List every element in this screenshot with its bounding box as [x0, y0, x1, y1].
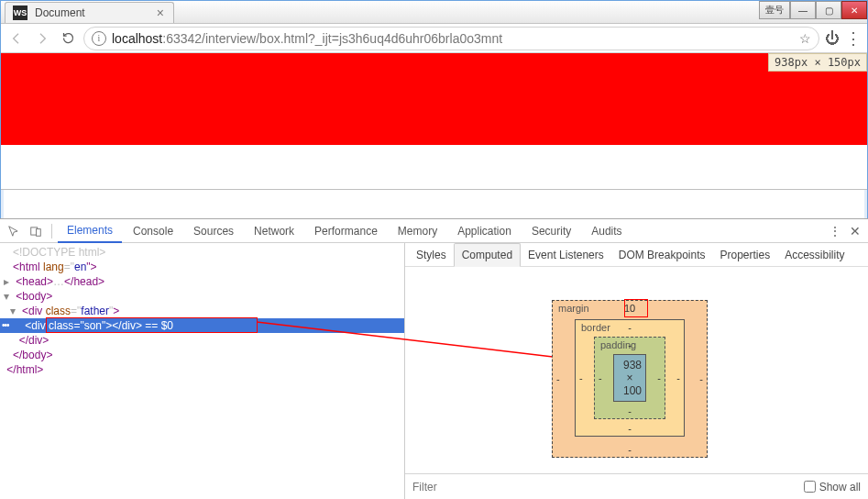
tab-console[interactable]: Console	[124, 219, 182, 243]
devtools-close-icon[interactable]: ✕	[846, 224, 864, 238]
padding-right-value[interactable]: -	[657, 372, 661, 383]
tab-memory[interactable]: Memory	[389, 219, 446, 243]
sidebar-tab-event-listeners[interactable]: Event Listeners	[521, 243, 611, 267]
site-info-icon[interactable]: i	[92, 31, 106, 46]
padding-bottom-value[interactable]: -	[628, 405, 632, 416]
sidebar-tab-accessibility[interactable]: Accessibility	[777, 243, 852, 267]
filter-input[interactable]	[412, 481, 804, 493]
url-text: localhost:63342/interview/box.html?_ijt=…	[112, 31, 502, 46]
annotation-red-circle	[624, 299, 648, 317]
border-bottom-value[interactable]: -	[628, 423, 632, 434]
padding-left-value[interactable]: -	[599, 372, 602, 383]
browser-tab[interactable]: WS Document ×	[5, 2, 174, 23]
tab-performance[interactable]: Performance	[305, 219, 387, 243]
back-button[interactable]	[6, 28, 27, 49]
box-model-diagram[interactable]: margin 10 - - - border - - - -	[552, 300, 708, 458]
margin-right-value[interactable]: -	[699, 373, 703, 384]
browser-toolbar: i localhost:63342/interview/box.html?_ij…	[1, 24, 867, 53]
elements-tree[interactable]: <!DOCTYPE html> <html lang="en"> ▸ <head…	[0, 243, 405, 499]
devtools-menu-icon[interactable]: ⋮	[826, 224, 844, 238]
margin-bottom-value[interactable]: -	[628, 444, 632, 455]
window-label: 壹号	[759, 1, 790, 19]
window-maximize-button[interactable]: ▢	[816, 1, 841, 19]
border-label: border	[581, 322, 610, 333]
dimension-badge: 938px × 150px	[768, 53, 867, 72]
tab-title: Document	[35, 6, 155, 19]
bookmark-star-icon[interactable]: ☆	[799, 31, 811, 46]
sidebar-tab-dom-breakpoints[interactable]: DOM Breakpoints	[611, 243, 713, 267]
show-all-label: Show all	[819, 481, 861, 493]
tab-application[interactable]: Application	[448, 219, 521, 243]
tab-favicon: WS	[13, 6, 27, 20]
border-left-value[interactable]: -	[579, 372, 583, 383]
tab-close-icon[interactable]: ×	[155, 6, 166, 20]
padding-top-value[interactable]: -	[628, 339, 632, 350]
devtools-panel: Elements Console Sources Network Perform…	[0, 218, 868, 499]
show-all-toggle[interactable]: Show all	[804, 481, 861, 493]
sidebar-tab-styles[interactable]: Styles	[409, 243, 454, 267]
tab-elements[interactable]: Elements	[58, 219, 122, 243]
show-all-checkbox[interactable]	[804, 481, 816, 493]
sidebar-tabbar: Styles Computed Event Listeners DOM Brea…	[405, 243, 868, 267]
breakpoint-gutter-icon: •••	[2, 318, 9, 333]
sidebar-tab-computed[interactable]: Computed	[454, 243, 521, 267]
tab-security[interactable]: Security	[522, 219, 580, 243]
svg-rect-1	[37, 228, 41, 236]
tab-sources[interactable]: Sources	[184, 219, 243, 243]
reload-button[interactable]	[58, 28, 78, 49]
styles-sidebar: Styles Computed Event Listeners DOM Brea…	[405, 243, 868, 499]
inspect-element-icon[interactable]	[4, 221, 24, 241]
devtools-tabbar: Elements Console Sources Network Perform…	[0, 219, 868, 243]
border-top-value[interactable]: -	[628, 322, 632, 333]
power-icon[interactable]: ⏻	[825, 30, 840, 47]
margin-left-value[interactable]: -	[556, 373, 560, 384]
margin-label: margin	[558, 303, 589, 314]
chrome-menu-icon[interactable]: ⋮	[845, 28, 862, 49]
tab-audits[interactable]: Audits	[582, 219, 631, 243]
window-titlebar: WS Document × 壹号 — ▢ ✕	[1, 1, 867, 24]
selected-dom-node[interactable]: ••• <div class="son"></div> == $0	[0, 318, 404, 333]
border-right-value[interactable]: -	[676, 372, 680, 383]
window-close-button[interactable]: ✕	[841, 1, 867, 19]
address-bar[interactable]: i localhost:63342/interview/box.html?_ij…	[83, 27, 819, 50]
tab-network[interactable]: Network	[245, 219, 303, 243]
content-size-value[interactable]: 938 × 100	[613, 354, 646, 402]
sidebar-tab-properties[interactable]: Properties	[712, 243, 777, 267]
device-toolbar-icon[interactable]	[26, 221, 46, 241]
forward-button[interactable]	[32, 28, 52, 49]
computed-filter-row: Show all	[405, 473, 868, 499]
page-red-block	[1, 53, 867, 145]
window-minimize-button[interactable]: —	[790, 1, 816, 19]
page-viewport: 938px × 150px	[1, 53, 867, 190]
